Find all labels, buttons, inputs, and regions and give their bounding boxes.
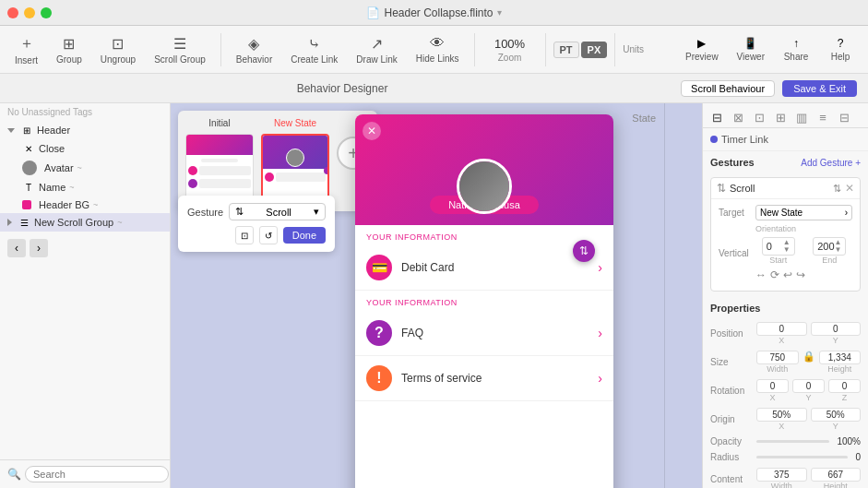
target-select[interactable]: New State › [755, 205, 852, 220]
orient-icon3[interactable]: ↩ [783, 268, 792, 281]
preview-icon: ▶ [697, 37, 706, 50]
save-exit-btn[interactable]: Save & Exit [782, 80, 857, 97]
tab-more4[interactable]: ⊟ [834, 107, 854, 127]
scroll-option-icon: ⇅ [235, 206, 244, 218]
next-btn[interactable]: › [30, 239, 48, 257]
rotation-y-input[interactable] [792, 379, 825, 393]
behavior-designer-title: Behavior Designer [11, 82, 673, 95]
rotation-z-input[interactable] [828, 379, 861, 393]
position-x-input[interactable] [756, 322, 807, 336]
origin-x-input[interactable] [756, 408, 807, 422]
search-input[interactable] [25, 466, 169, 482]
content-w-input[interactable] [756, 468, 807, 482]
state-new-label: New State [274, 118, 316, 128]
close-window-btn[interactable] [7, 7, 18, 18]
layer-name[interactable]: T Name ~ [0, 178, 170, 196]
orientation-row: Vertical Orientation 0 ▲ ▼ [719, 224, 852, 281]
size-fields: Width 🔒 Height [756, 351, 861, 374]
group-layer-icon: ⊞ [20, 124, 33, 137]
chevron-down-icon: ▾ [497, 7, 502, 18]
state-initial-preview [185, 134, 254, 204]
tab-more1[interactable]: ⊞ [770, 107, 791, 127]
orient-icon2[interactable]: ⟳ [770, 268, 779, 281]
layer-header[interactable]: ⊞ Header [0, 121, 170, 139]
right-panel-tabs: ⊟ ⊠ ⊡ ⊞ ▥ ≡ ⊟ [703, 103, 868, 128]
group-icon: ⊞ [63, 35, 75, 53]
content-h-input[interactable] [811, 468, 862, 482]
orient-icon1[interactable]: ↔ [755, 268, 767, 281]
create-link-tool[interactable]: ⤷ Create Link [283, 31, 345, 68]
device-frame: ✕ Nathan Medusa YOUR INFORMATION 💳 Debit… [355, 114, 613, 488]
layer-avatar[interactable]: Avatar ~ [0, 158, 170, 178]
rotation-x-input[interactable] [756, 379, 789, 393]
preview-btn[interactable]: ▶ Preview [678, 33, 726, 65]
device-list-faq[interactable]: ? FAQ › [355, 311, 613, 356]
size-h-input[interactable] [819, 351, 862, 364]
toolbar-separator-3 [545, 33, 546, 66]
end-field: 200 ▲ ▼ End [807, 237, 853, 265]
tab-align[interactable]: ⊟ [707, 107, 727, 127]
minimize-window-btn[interactable] [24, 7, 35, 18]
origin-y-input[interactable] [811, 408, 862, 422]
help-btn[interactable]: ? Help [820, 33, 861, 65]
viewer-btn[interactable]: 📱 Viewer [730, 33, 772, 65]
pt-unit-btn[interactable]: PT [553, 42, 579, 58]
lock-icon[interactable]: 🔒 [803, 351, 815, 374]
orient-icon-row: ↔ ⟳ ↩ ↪ [755, 268, 852, 281]
prev-btn[interactable]: ‹ [7, 239, 26, 257]
position-y-input[interactable] [811, 322, 862, 336]
orient-icon4[interactable]: ↪ [796, 268, 805, 281]
target-row: Target New State › [719, 205, 852, 220]
tab-more2[interactable]: ▥ [791, 107, 812, 127]
end-value[interactable]: 200 ▲ ▼ [813, 237, 846, 256]
create-link-icon: ⤷ [308, 35, 320, 53]
maximize-window-btn[interactable] [41, 7, 52, 18]
tab-more3[interactable]: ≡ [813, 107, 833, 127]
insert-tool[interactable]: ＋ Insert [7, 30, 45, 69]
gesture-icon1[interactable]: ⊡ [235, 226, 254, 244]
start-down-btn[interactable]: ▼ [783, 246, 791, 254]
text-layer-icon: T [22, 181, 35, 194]
properties-section: Properties Position X Y Size [703, 295, 868, 488]
gesture-done-btn[interactable]: Done [283, 227, 326, 244]
layer-close[interactable]: ✕ Close [0, 139, 170, 158]
radius-slider[interactable] [756, 456, 848, 458]
scroll-group-tool[interactable]: ☰ Scroll Group [147, 31, 213, 68]
tab-arrange[interactable]: ⊡ [749, 107, 769, 127]
layer-new-scroll-group[interactable]: ☰ New Scroll Group ~ [0, 213, 170, 232]
share-btn[interactable]: ↑ Share [776, 33, 816, 65]
gesture-detail: Target New State › Vertical Orientation [711, 198, 860, 291]
gesture-select[interactable]: ⇅ Scroll ▾ [229, 203, 326, 220]
state-indicator: State [632, 113, 656, 124]
opacity-label: Opacity [710, 436, 756, 446]
px-unit-btn[interactable]: PX [581, 42, 608, 58]
opacity-slider[interactable] [756, 440, 829, 443]
size-w-input[interactable] [756, 351, 799, 364]
draw-link-tool[interactable]: ↗ Draw Link [349, 31, 404, 68]
titlebar: 📄 Header Collapse.flinto ▾ [0, 0, 868, 26]
insert-icon: ＋ [19, 34, 34, 54]
state-thumb-new[interactable]: New State [261, 118, 329, 204]
ungroup-tool[interactable]: ⊡ Ungroup [93, 31, 143, 68]
draw-link-icon: ↗ [371, 35, 383, 53]
hide-links-tool[interactable]: 👁 Hide Links [409, 31, 467, 67]
device-close-btn[interactable]: ✕ [363, 122, 381, 140]
start-value[interactable]: 0 ▲ ▼ [762, 237, 795, 256]
device-list-tos[interactable]: ! Terms of service › [355, 356, 613, 401]
behavior-tool[interactable]: ◈ Behavior [229, 31, 279, 68]
tab-distribute[interactable]: ⊠ [728, 107, 748, 127]
toolbar-separator-4 [614, 33, 615, 66]
orientation-label: Orientation [755, 224, 796, 233]
gesture-icon2[interactable]: ↺ [259, 226, 278, 244]
origin-y-field: Y [811, 408, 862, 431]
layer-header-bg[interactable]: Header BG ~ [0, 196, 170, 213]
window-controls[interactable] [7, 7, 52, 18]
origin-x-field: X [756, 408, 807, 431]
state-thumb-initial[interactable]: Initial [185, 118, 254, 204]
device-section-label-1: YOUR INFORMATION [355, 225, 613, 245]
end-down-btn[interactable]: ▼ [835, 246, 842, 254]
radius-control: 0 [756, 452, 861, 462]
add-gesture-btn[interactable]: Add Gesture + [801, 158, 861, 168]
group-tool[interactable]: ⊞ Group [49, 31, 89, 68]
gesture-close-btn[interactable]: ✕ [845, 182, 854, 195]
